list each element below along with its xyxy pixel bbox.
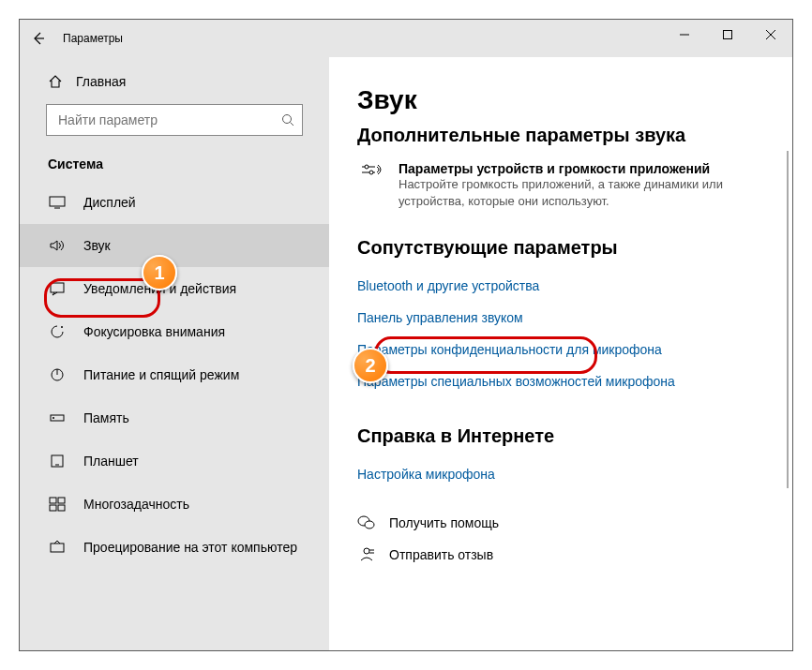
svg-rect-17 xyxy=(50,498,56,503)
related-link-bluetooth[interactable]: Bluetooth и другие устройства xyxy=(357,270,732,302)
related-link-mic-privacy[interactable]: Параметры конфиденциальности для микрофо… xyxy=(357,334,732,365)
feedback-icon xyxy=(357,546,376,563)
sidebar-item-label: Многозадачность xyxy=(83,497,189,512)
svg-rect-9 xyxy=(51,283,64,292)
related-heading: Сопутствующие параметры xyxy=(357,237,783,259)
window-title: Параметры xyxy=(63,32,123,45)
sidebar-nav: Дисплей Звук Уведомления и действия Фоку… xyxy=(20,181,329,569)
get-help-link[interactable]: Получить помощь xyxy=(357,507,783,539)
help-icon xyxy=(357,514,376,531)
page-title: Звук xyxy=(357,85,783,115)
svg-point-28 xyxy=(364,548,369,554)
svg-rect-21 xyxy=(51,543,64,552)
sidebar-item-label: Память xyxy=(83,410,129,425)
display-icon xyxy=(48,195,67,210)
tablet-icon xyxy=(48,454,67,469)
svg-point-5 xyxy=(283,115,292,124)
sidebar-item-label: Планшет xyxy=(83,454,139,469)
power-icon xyxy=(48,367,67,382)
app-volume-link[interactable]: Параметры устройств и громкости приложен… xyxy=(357,157,783,209)
help-heading: Справка в Интернете xyxy=(357,425,783,447)
advanced-heading: Дополнительные параметры звука xyxy=(357,125,783,146)
app-volume-title: Параметры устройств и громкости приложен… xyxy=(398,161,774,176)
back-button[interactable] xyxy=(20,20,57,57)
sidebar-item-home[interactable]: Главная xyxy=(20,67,329,97)
maximize-button[interactable] xyxy=(706,20,749,50)
sidebar-item-projecting[interactable]: Проецирование на этот компьютер xyxy=(20,526,329,569)
search-icon xyxy=(281,113,294,127)
svg-rect-19 xyxy=(50,505,56,511)
related-link-sound-panel[interactable]: Панель управления звуком xyxy=(357,302,732,334)
sidebar-item-label: Фокусировка внимания xyxy=(83,324,225,339)
projecting-icon xyxy=(48,540,67,555)
window-controls xyxy=(663,20,792,50)
svg-rect-20 xyxy=(58,505,65,511)
search-input[interactable] xyxy=(56,112,281,128)
home-icon xyxy=(48,74,63,89)
related-link-mic-ease[interactable]: Параметры специальных возможностей микро… xyxy=(357,365,732,397)
sidebar-item-tablet[interactable]: Планшет xyxy=(20,439,329,483)
search-box[interactable] xyxy=(46,104,303,136)
sidebar-item-storage[interactable]: Память xyxy=(20,396,329,439)
svg-rect-7 xyxy=(50,197,65,206)
close-button[interactable] xyxy=(749,20,792,50)
app-volume-desc: Настройте громкость приложений, а также … xyxy=(398,176,774,209)
sidebar-item-focus[interactable]: Фокусировка внимания xyxy=(20,310,329,353)
svg-point-25 xyxy=(369,171,373,174)
arrow-left-icon xyxy=(31,31,46,46)
home-label: Главная xyxy=(76,74,126,89)
get-help-label: Получить помощь xyxy=(389,515,499,530)
sidebar-item-sound[interactable]: Звук xyxy=(20,224,329,267)
feedback-link[interactable]: Отправить отзыв xyxy=(357,539,783,571)
multitasking-icon xyxy=(48,497,67,512)
sliders-icon xyxy=(357,161,385,182)
svg-rect-18 xyxy=(58,498,65,503)
search-box-wrapper xyxy=(20,97,329,153)
notifications-icon xyxy=(48,281,67,296)
storage-icon xyxy=(48,410,67,425)
scrollbar[interactable] xyxy=(787,151,789,488)
maximize-icon xyxy=(723,30,732,39)
annotation-bubble-1: 1 xyxy=(142,255,177,290)
sidebar: Главная Система Дисплей Звук xyxy=(20,57,329,650)
sidebar-item-power[interactable]: Питание и спящий режим xyxy=(20,353,329,396)
minimize-icon xyxy=(680,30,689,39)
sidebar-item-label: Дисплей xyxy=(83,195,136,210)
sidebar-section-label: Система xyxy=(20,156,329,181)
titlebar: Параметры xyxy=(20,20,792,57)
main-content: Звук Дополнительные параметры звука Пара… xyxy=(329,57,792,650)
svg-line-6 xyxy=(291,123,294,127)
sidebar-item-label: Звук xyxy=(83,238,111,253)
sidebar-item-multitasking[interactable]: Многозадачность xyxy=(20,483,329,526)
focus-icon xyxy=(48,324,67,339)
annotation-bubble-2: 2 xyxy=(353,348,388,383)
svg-point-27 xyxy=(365,521,374,529)
sound-icon xyxy=(48,238,67,253)
sidebar-item-label: Питание и спящий режим xyxy=(83,367,239,382)
help-links: Настройка микрофона xyxy=(357,458,783,490)
sidebar-item-display[interactable]: Дисплей xyxy=(20,181,329,224)
minimize-button[interactable] xyxy=(663,20,706,50)
feedback-label: Отправить отзыв xyxy=(389,547,493,562)
svg-point-23 xyxy=(365,165,368,169)
settings-window: Параметры Главная xyxy=(19,19,793,651)
svg-point-10 xyxy=(61,326,63,328)
svg-rect-2 xyxy=(724,31,732,39)
sidebar-item-label: Проецирование на этот компьютер xyxy=(83,540,297,555)
close-icon xyxy=(766,30,775,39)
related-links: Bluetooth и другие устройства Панель упр… xyxy=(357,270,783,397)
svg-point-14 xyxy=(53,417,54,419)
help-link-mic-setup[interactable]: Настройка микрофона xyxy=(357,458,732,490)
